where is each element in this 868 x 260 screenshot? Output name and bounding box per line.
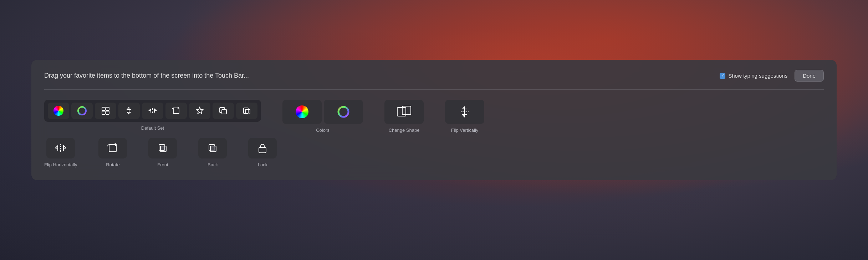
color-filled-icon: [53, 106, 63, 116]
tb-back-lg[interactable]: [198, 138, 227, 158]
paste-icon: [242, 106, 251, 115]
items-row-1: Default Set: [44, 100, 824, 133]
rotate-lg-icon: [107, 142, 118, 154]
svg-marker-10: [196, 107, 203, 114]
done-button[interactable]: Done: [795, 70, 824, 82]
svg-point-0: [78, 107, 86, 115]
header-divider: [44, 89, 824, 90]
svg-rect-2: [106, 107, 109, 110]
panel-header: Drag your favorite items to the bottom o…: [44, 70, 824, 82]
svg-rect-27: [259, 147, 266, 153]
show-typing-checkbox[interactable]: ✓: [720, 73, 725, 79]
tb-rotate-lg[interactable]: [98, 138, 127, 158]
colors-group: Colors: [282, 100, 363, 133]
star-icon: [195, 106, 204, 115]
copy-icon: [219, 106, 228, 115]
change-shape-label: Change Shape: [389, 128, 420, 133]
flip-h-icon: [148, 107, 157, 114]
svg-rect-23: [160, 146, 166, 152]
flip-vertically-group: Flip Vertically: [445, 100, 484, 133]
tb-flip-h-lg[interactable]: [46, 138, 75, 158]
tb-paste[interactable]: [236, 103, 257, 119]
svg-rect-11: [222, 109, 226, 114]
back-lg-icon: [207, 142, 218, 154]
svg-rect-1: [102, 107, 105, 110]
color-filled-lg-icon: [296, 105, 308, 118]
lock-lg-icon: [258, 142, 267, 154]
default-set-label: Default Set: [141, 125, 164, 131]
customization-panel: Drag your favorite items to the bottom o…: [31, 60, 837, 180]
flip-h-group: Flip Horizontally: [44, 138, 77, 167]
tb-flip-h[interactable]: [142, 103, 163, 119]
rotate-group: Rotate: [98, 138, 127, 167]
flip-h-label: Flip Horizontally: [44, 162, 77, 167]
svg-rect-26: [210, 146, 216, 152]
default-set-group: Default Set: [44, 100, 261, 131]
flip-v-icon: [459, 105, 470, 118]
color-ring-lg-icon: [337, 105, 350, 118]
lock-group: Lock: [248, 138, 277, 167]
tb-lock-lg[interactable]: [248, 138, 277, 158]
flip-h-lg-icon: [55, 144, 67, 153]
show-typing-label[interactable]: ✓ Show typing suggestions: [720, 73, 787, 79]
svg-point-14: [338, 107, 348, 117]
tb-color-filled-lg[interactable]: [282, 100, 322, 124]
flip-vertically-label: Flip Vertically: [451, 128, 479, 133]
tb-color-ring[interactable]: [71, 103, 93, 119]
rotate-crop-icon: [172, 106, 181, 115]
front-label: Front: [157, 162, 168, 167]
back-label: Back: [208, 162, 218, 167]
panel-title: Drag your favorite items to the bottom o…: [44, 72, 249, 79]
tb-star[interactable]: [189, 103, 210, 119]
header-right: ✓ Show typing suggestions Done: [720, 70, 824, 82]
color-ring-icon: [77, 105, 87, 116]
rotate-label: Rotate: [106, 162, 119, 167]
svg-rect-12: [244, 108, 248, 114]
front-group: Front: [148, 138, 177, 167]
tb-color-ring-lg[interactable]: [324, 100, 363, 124]
tb-change-shape[interactable]: [384, 100, 424, 124]
default-set-row: [44, 100, 261, 122]
change-shape-group: Change Shape: [384, 100, 424, 133]
items-row-2: Flip Horizontally Rotate Front: [44, 138, 824, 167]
tb-arrange[interactable]: [95, 103, 116, 119]
colors-label: Colors: [316, 128, 330, 133]
tb-front-lg[interactable]: [148, 138, 177, 158]
arrange-icon: [101, 106, 110, 115]
tb-rotate-crop[interactable]: [165, 103, 187, 119]
tb-copy[interactable]: [213, 103, 234, 119]
front-lg-icon: [157, 142, 168, 154]
tb-move-v[interactable]: [118, 103, 140, 119]
back-group: Back: [198, 138, 227, 167]
change-shape-icon: [396, 105, 412, 119]
svg-rect-4: [106, 111, 109, 114]
tb-flip-v[interactable]: [445, 100, 484, 124]
svg-rect-3: [102, 111, 105, 114]
tb-color-filled[interactable]: [48, 103, 69, 119]
lock-label: Lock: [258, 162, 267, 167]
move-v-icon: [125, 106, 133, 115]
